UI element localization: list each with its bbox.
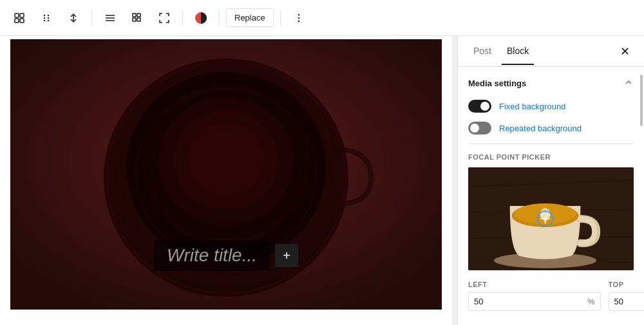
toolbar-divider-4 — [280, 10, 281, 26]
toolbar-divider-2 — [182, 10, 183, 26]
coords-row: LEFT % TOP % — [468, 281, 634, 311]
tab-post[interactable]: Post — [468, 38, 497, 65]
svg-point-8 — [44, 19, 45, 21]
cover-block[interactable]: Write title... + — [10, 39, 442, 310]
svg-point-5 — [48, 14, 49, 15]
focal-point-image[interactable] — [468, 167, 634, 270]
main-area: Write title... + Post Block ✕ Media sett… — [0, 36, 644, 325]
svg-point-18 — [298, 14, 299, 15]
section-divider — [468, 144, 634, 144]
block-toolbar: Replace — [0, 0, 644, 36]
color-button[interactable] — [189, 6, 213, 30]
svg-rect-13 — [133, 14, 136, 17]
svg-rect-16 — [137, 18, 140, 21]
media-settings-title: Media settings — [468, 79, 526, 88]
top-coord-group: TOP % — [609, 281, 644, 311]
left-input-wrap: % — [468, 292, 601, 311]
more-options-button[interactable] — [287, 6, 310, 30]
svg-rect-3 — [20, 19, 24, 23]
block-nav-button[interactable] — [8, 6, 31, 30]
move-button[interactable] — [62, 6, 85, 30]
svg-rect-2 — [15, 19, 19, 23]
top-input[interactable] — [609, 293, 644, 310]
right-panel: Post Block ✕ Media settings — [457, 36, 644, 325]
toolbar-divider-3 — [219, 10, 220, 26]
svg-rect-14 — [137, 14, 140, 17]
drag-handle-button[interactable] — [35, 6, 58, 30]
canvas-scrollbar[interactable] — [452, 36, 457, 325]
svg-point-7 — [48, 17, 49, 18]
top-label: TOP — [609, 281, 644, 288]
svg-rect-0 — [15, 14, 19, 17]
write-title-placeholder[interactable]: Write title... — [154, 240, 270, 271]
svg-point-9 — [48, 19, 49, 21]
replace-button[interactable]: Replace — [226, 8, 274, 27]
left-label: LEFT — [468, 281, 601, 288]
focal-image-svg — [468, 167, 634, 270]
fullscreen-button[interactable] — [153, 6, 176, 30]
repeated-background-row: Repeated background — [468, 122, 634, 135]
repeated-background-toggle[interactable] — [468, 122, 491, 135]
add-block-button[interactable]: + — [275, 244, 298, 267]
collapse-section-button[interactable] — [623, 77, 634, 89]
svg-point-6 — [44, 17, 45, 18]
left-unit: % — [587, 297, 600, 306]
media-settings-header: Media settings — [468, 77, 634, 89]
fixed-background-toggle[interactable] — [468, 100, 491, 113]
grid-button[interactable] — [126, 6, 149, 30]
align-button[interactable] — [99, 6, 122, 30]
left-input[interactable] — [469, 293, 587, 310]
tab-block[interactable]: Block — [502, 38, 534, 65]
svg-point-4 — [44, 14, 45, 15]
left-coord-group: LEFT % — [468, 281, 601, 311]
svg-rect-15 — [133, 18, 136, 21]
panel-close-button[interactable]: ✕ — [616, 42, 634, 60]
fixed-background-label: Fixed background — [499, 102, 565, 111]
panel-tabs: Post Block ✕ — [458, 36, 644, 67]
svg-point-29 — [187, 122, 265, 196]
panel-content: Media settings Fixed background — [458, 67, 644, 325]
toolbar-divider-1 — [91, 10, 92, 26]
canvas-area: Write title... + — [0, 36, 452, 325]
fixed-background-row: Fixed background — [468, 100, 634, 113]
top-input-wrap: % — [609, 292, 644, 311]
svg-point-19 — [298, 17, 299, 19]
svg-rect-1 — [20, 14, 24, 17]
repeated-background-label: Repeated background — [499, 124, 582, 133]
cover-content: Write title... + — [154, 240, 298, 271]
focal-point-label: FOCAL POINT PICKER — [468, 153, 634, 161]
svg-point-20 — [298, 20, 299, 22]
panel-scrollbar[interactable] — [640, 75, 643, 126]
